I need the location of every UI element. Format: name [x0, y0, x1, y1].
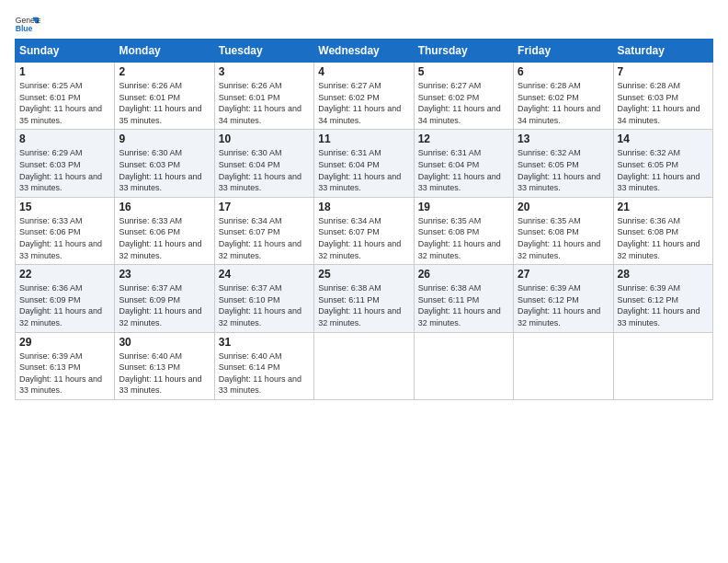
day-info: Sunrise: 6:36 AM Sunset: 6:09 PM Dayligh… — [19, 282, 110, 328]
column-header-sunday: Sunday — [16, 40, 115, 63]
calendar-cell: 30 Sunrise: 6:40 AM Sunset: 6:13 PM Dayl… — [115, 332, 214, 399]
day-number: 29 — [19, 336, 110, 349]
day-number: 19 — [418, 201, 509, 213]
daylight-label: Daylight: 11 hours and 35 minutes. — [119, 104, 201, 125]
day-info: Sunrise: 6:28 AM Sunset: 6:02 PM Dayligh… — [518, 80, 609, 126]
day-number: 15 — [19, 201, 110, 213]
calendar-cell: 7 Sunrise: 6:28 AM Sunset: 6:03 PM Dayli… — [613, 63, 712, 130]
day-number: 2 — [119, 65, 210, 78]
day-number: 1 — [19, 65, 110, 78]
day-info: Sunrise: 6:34 AM Sunset: 6:07 PM Dayligh… — [318, 215, 409, 261]
calendar-cell: 3 Sunrise: 6:26 AM Sunset: 6:01 PM Dayli… — [214, 63, 313, 130]
day-number: 11 — [318, 132, 409, 145]
sunrise-label: Sunrise: 6:40 AM — [219, 351, 282, 361]
daylight-label: Daylight: 11 hours and 33 minutes. — [219, 172, 301, 193]
calendar-cell: 29 Sunrise: 6:39 AM Sunset: 6:13 PM Dayl… — [16, 332, 115, 399]
sunrise-label: Sunrise: 6:30 AM — [219, 148, 282, 157]
calendar-cell: 12 Sunrise: 6:31 AM Sunset: 6:04 PM Dayl… — [414, 130, 513, 197]
day-info: Sunrise: 6:37 AM Sunset: 6:09 PM Dayligh… — [119, 282, 210, 328]
calendar-cell: 6 Sunrise: 6:28 AM Sunset: 6:02 PM Dayli… — [514, 63, 613, 130]
day-info: Sunrise: 6:29 AM Sunset: 6:03 PM Dayligh… — [19, 147, 110, 193]
sunset-label: Sunset: 6:04 PM — [318, 160, 380, 169]
sunrise-label: Sunrise: 6:37 AM — [119, 283, 182, 293]
day-info: Sunrise: 6:30 AM Sunset: 6:03 PM Dayligh… — [119, 147, 210, 193]
sunrise-label: Sunrise: 6:28 AM — [618, 81, 681, 90]
calendar-cell: 23 Sunrise: 6:37 AM Sunset: 6:09 PM Dayl… — [115, 265, 214, 332]
sunrise-label: Sunrise: 6:36 AM — [618, 216, 681, 225]
daylight-label: Daylight: 11 hours and 34 minutes. — [418, 104, 501, 125]
sunset-label: Sunset: 6:13 PM — [119, 362, 180, 372]
day-number: 13 — [518, 132, 609, 145]
sunset-label: Sunset: 6:14 PM — [219, 362, 280, 372]
daylight-label: Daylight: 11 hours and 32 minutes. — [318, 239, 401, 260]
calendar-cell: 20 Sunrise: 6:35 AM Sunset: 6:08 PM Dayl… — [514, 197, 613, 264]
sunrise-label: Sunrise: 6:34 AM — [318, 216, 381, 225]
day-info: Sunrise: 6:27 AM Sunset: 6:02 PM Dayligh… — [318, 80, 409, 126]
day-number: 4 — [318, 65, 409, 78]
daylight-label: Daylight: 11 hours and 33 minutes. — [318, 172, 401, 193]
sunset-label: Sunset: 6:11 PM — [418, 295, 480, 304]
calendar-cell: 26 Sunrise: 6:38 AM Sunset: 6:11 PM Dayl… — [414, 265, 513, 332]
sunrise-label: Sunrise: 6:28 AM — [518, 81, 581, 90]
calendar-cell — [613, 332, 712, 399]
sunset-label: Sunset: 6:02 PM — [518, 93, 579, 102]
calendar-cell: 4 Sunrise: 6:27 AM Sunset: 6:02 PM Dayli… — [314, 63, 414, 130]
sunset-label: Sunset: 6:09 PM — [19, 295, 81, 304]
sunrise-label: Sunrise: 6:26 AM — [119, 81, 182, 90]
column-header-friday: Friday — [514, 40, 613, 63]
day-info: Sunrise: 6:39 AM Sunset: 6:12 PM Dayligh… — [618, 282, 709, 328]
calendar-cell: 9 Sunrise: 6:30 AM Sunset: 6:03 PM Dayli… — [115, 130, 214, 197]
daylight-label: Daylight: 11 hours and 34 minutes. — [518, 104, 600, 125]
sunrise-label: Sunrise: 6:37 AM — [219, 283, 282, 293]
sunset-label: Sunset: 6:01 PM — [219, 93, 280, 102]
daylight-label: Daylight: 11 hours and 33 minutes. — [618, 306, 700, 327]
day-info: Sunrise: 6:39 AM Sunset: 6:13 PM Dayligh… — [19, 350, 110, 396]
day-number: 25 — [318, 268, 409, 281]
calendar-cell: 22 Sunrise: 6:36 AM Sunset: 6:09 PM Dayl… — [16, 265, 115, 332]
calendar-cell: 25 Sunrise: 6:38 AM Sunset: 6:11 PM Dayl… — [314, 265, 414, 332]
day-number: 6 — [518, 65, 609, 78]
sunrise-label: Sunrise: 6:40 AM — [119, 351, 182, 361]
day-number: 31 — [219, 336, 310, 349]
logo: General Blue — [15, 15, 40, 33]
day-info: Sunrise: 6:36 AM Sunset: 6:08 PM Dayligh… — [618, 215, 709, 261]
day-info: Sunrise: 6:28 AM Sunset: 6:03 PM Dayligh… — [618, 80, 709, 126]
daylight-label: Daylight: 11 hours and 34 minutes. — [219, 104, 301, 125]
day-info: Sunrise: 6:27 AM Sunset: 6:02 PM Dayligh… — [418, 80, 509, 126]
day-info: Sunrise: 6:33 AM Sunset: 6:06 PM Dayligh… — [19, 215, 110, 261]
sunset-label: Sunset: 6:12 PM — [518, 295, 579, 304]
calendar-cell: 16 Sunrise: 6:33 AM Sunset: 6:06 PM Dayl… — [115, 197, 214, 264]
day-number: 16 — [119, 201, 210, 213]
sunset-label: Sunset: 6:08 PM — [518, 227, 579, 236]
sunset-label: Sunset: 6:03 PM — [119, 160, 180, 169]
day-info: Sunrise: 6:31 AM Sunset: 6:04 PM Dayligh… — [318, 147, 409, 193]
daylight-label: Daylight: 11 hours and 32 minutes. — [618, 239, 700, 260]
day-number: 28 — [618, 268, 709, 281]
calendar-cell: 13 Sunrise: 6:32 AM Sunset: 6:05 PM Dayl… — [514, 130, 613, 197]
calendar-week-4: 22 Sunrise: 6:36 AM Sunset: 6:09 PM Dayl… — [16, 265, 713, 332]
sunrise-label: Sunrise: 6:39 AM — [518, 283, 581, 293]
day-number: 12 — [418, 132, 509, 145]
sunset-label: Sunset: 6:09 PM — [119, 295, 180, 304]
column-header-saturday: Saturday — [613, 40, 712, 63]
calendar-cell — [514, 332, 613, 399]
calendar-cell: 8 Sunrise: 6:29 AM Sunset: 6:03 PM Dayli… — [16, 130, 115, 197]
sunrise-label: Sunrise: 6:32 AM — [618, 148, 681, 157]
calendar-cell: 21 Sunrise: 6:36 AM Sunset: 6:08 PM Dayl… — [613, 197, 712, 264]
calendar-week-5: 29 Sunrise: 6:39 AM Sunset: 6:13 PM Dayl… — [16, 332, 713, 399]
column-header-thursday: Thursday — [414, 40, 513, 63]
sunrise-label: Sunrise: 6:39 AM — [618, 283, 681, 293]
sunrise-label: Sunrise: 6:34 AM — [219, 216, 282, 225]
day-info: Sunrise: 6:25 AM Sunset: 6:01 PM Dayligh… — [19, 80, 110, 126]
calendar-cell: 24 Sunrise: 6:37 AM Sunset: 6:10 PM Dayl… — [214, 265, 313, 332]
sunrise-label: Sunrise: 6:38 AM — [318, 283, 381, 293]
calendar-cell: 31 Sunrise: 6:40 AM Sunset: 6:14 PM Dayl… — [214, 332, 313, 399]
day-info: Sunrise: 6:33 AM Sunset: 6:06 PM Dayligh… — [119, 215, 210, 261]
day-info: Sunrise: 6:40 AM Sunset: 6:14 PM Dayligh… — [219, 350, 310, 396]
sunset-label: Sunset: 6:07 PM — [219, 227, 280, 236]
sunset-label: Sunset: 6:03 PM — [618, 93, 679, 102]
calendar-cell: 15 Sunrise: 6:33 AM Sunset: 6:06 PM Dayl… — [16, 197, 115, 264]
calendar-week-1: 1 Sunrise: 6:25 AM Sunset: 6:01 PM Dayli… — [16, 63, 713, 130]
sunrise-label: Sunrise: 6:35 AM — [418, 216, 482, 225]
sunset-label: Sunset: 6:08 PM — [418, 227, 480, 236]
